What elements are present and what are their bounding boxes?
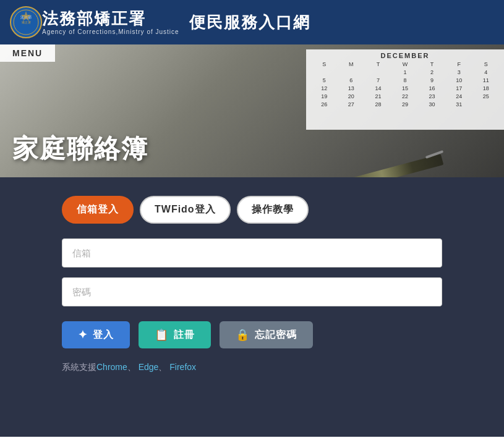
cal-cell: 22 [392,93,419,100]
cal-cell: 5 [311,77,338,84]
portal-title: 便民服務入口網 [189,12,310,33]
cal-cell: 6 [338,77,365,84]
svg-text:矯正署: 矯正署 [22,20,31,24]
password-input[interactable] [62,277,442,306]
password-input-group [62,277,442,306]
cal-cell: 20 [338,93,365,100]
cal-day-t1: T [365,61,391,68]
header-title-block: 法務部矯正署 Agency of Corrections,Ministry of… [42,9,179,35]
login-icon: ✦ [78,328,88,342]
cal-day-w: W [392,61,419,68]
menu-label: MENU [12,48,43,58]
email-input[interactable] [62,238,442,267]
cal-cell: 24 [446,93,472,100]
cal-cell: 26 [311,101,338,108]
cal-cell: 3 [446,69,472,76]
chrome-link[interactable]: Chrome [96,362,127,372]
cal-cell: 11 [472,77,499,84]
cal-cell: 29 [392,101,419,108]
firefox-link[interactable]: Firefox [169,362,196,372]
cal-cell: 16 [419,85,445,92]
cal-cell: 21 [365,93,391,100]
action-buttons: ✦ 登入 📋 註冊 🔒 忘記密碼 [62,321,442,348]
forgot-label: 忘記密碼 [255,329,297,342]
login-button[interactable]: ✦ 登入 [62,321,130,348]
cal-cell: 17 [446,85,472,92]
tab-tutorial[interactable]: 操作教學 [237,196,309,224]
login-label: 登入 [93,329,114,342]
cal-cell: 15 [392,85,419,92]
cal-day-t2: T [419,61,445,68]
agency-logo: 法務部 矯正署 [10,6,42,38]
cal-cell: 27 [338,101,365,108]
cal-cell: 25 [472,93,499,100]
register-icon: 📋 [155,328,169,342]
register-button[interactable]: 📋 註冊 [139,321,211,348]
cal-day-s1: S [311,61,338,68]
cal-cell: 8 [392,77,419,84]
email-input-group [62,238,442,267]
tab-email-login[interactable]: 信箱登入 [62,196,134,224]
cal-day-m: M [338,61,365,68]
cal-cell: 10 [446,77,472,84]
cal-cell: 9 [419,77,445,84]
agency-name: 法務部矯正署 [42,9,179,28]
hero-banner: DECEMBER S M T W T F S 1 2 3 4 5 6 7 8 9… [0,44,504,177]
cal-cell: 30 [419,101,445,108]
page-title: 家庭聯絡簿 [12,132,148,166]
agency-sub: Agency of Corrections,Ministry of Justic… [42,28,179,35]
support-sep2: 、 [158,362,169,372]
support-prefix: 系統支援 [62,362,96,372]
cal-cell [311,69,338,76]
forgot-password-button[interactable]: 🔒 忘記密碼 [220,321,313,348]
cal-cell: 14 [365,85,391,92]
cal-cell [365,69,391,76]
support-text: 系統支援Chrome、 Edge、 Firefox [62,362,442,373]
cal-cell [338,69,365,76]
cal-cell: 28 [365,101,391,108]
register-label: 註冊 [174,329,195,342]
calendar-grid: S M T W T F S 1 2 3 4 5 6 7 8 9 10 11 12… [311,61,499,108]
cal-cell: 13 [338,85,365,92]
cal-cell: 19 [311,93,338,100]
cal-cell: 18 [472,85,499,92]
cal-cell: 2 [419,69,445,76]
login-tabs: 信箱登入 TWFido登入 操作教學 [62,196,442,224]
cal-cell: 12 [311,85,338,92]
cal-cell: 31 [446,101,472,108]
edge-link[interactable]: Edge [139,362,159,372]
menu-bar[interactable]: MENU [0,44,55,62]
cal-cell: 1 [392,69,419,76]
support-sep1: 、 [127,362,139,372]
calendar-month: DECEMBER [311,52,499,59]
calendar-decoration: DECEMBER S M T W T F S 1 2 3 4 5 6 7 8 9… [306,49,504,130]
lock-icon: 🔒 [236,328,250,342]
site-header: 法務部 矯正署 法務部矯正署 Agency of Corrections,Min… [0,0,504,44]
cal-cell: 23 [419,93,445,100]
cal-cell: 4 [472,69,499,76]
cal-cell [472,101,499,108]
cal-day-s2: S [472,61,499,68]
login-panel: 信箱登入 TWFido登入 操作教學 ✦ 登入 📋 註冊 🔒 忘記密碼 系統支援… [0,177,504,437]
tab-twfido-login[interactable]: TWFido登入 [140,196,231,224]
cal-day-f: F [446,61,472,68]
cal-cell: 7 [365,77,391,84]
